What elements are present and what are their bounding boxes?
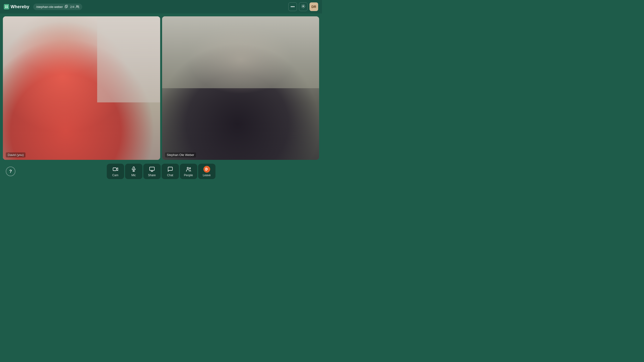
people-icon <box>185 166 192 173</box>
settings-button[interactable] <box>299 2 308 11</box>
video-grid: David (you) Stephan Ole Weber <box>3 16 319 160</box>
share-label: Share <box>148 174 156 177</box>
cam-label: Cam <box>112 174 118 177</box>
avatar-initials: DR <box>312 5 316 9</box>
room-info: /stephan-ole-weber 2/4 <box>33 3 82 10</box>
stephan-room-bg <box>162 16 319 88</box>
people-button[interactable]: People <box>180 164 197 179</box>
more-options-button[interactable]: ••• <box>288 2 297 11</box>
svg-rect-3 <box>7 7 8 8</box>
svg-rect-1 <box>7 5 8 6</box>
svg-point-6 <box>76 5 78 7</box>
svg-rect-4 <box>66 5 68 7</box>
help-icon: ? <box>10 169 12 174</box>
mic-button[interactable]: Mic <box>125 164 142 179</box>
svg-point-14 <box>187 167 188 169</box>
cam-button[interactable]: Cam <box>107 164 124 179</box>
chat-label: Chat <box>167 174 173 177</box>
svg-rect-5 <box>65 6 67 8</box>
svg-rect-2 <box>5 7 6 8</box>
header-right: ••• DR <box>288 2 318 11</box>
leave-label: Leave <box>203 174 211 177</box>
david-label: David (you) <box>6 152 26 157</box>
svg-rect-10 <box>133 167 134 169</box>
svg-point-15 <box>189 168 190 169</box>
toolbar-controls: Cam Mic Share <box>107 164 216 179</box>
more-icon: ••• <box>291 4 295 9</box>
settings-icon <box>301 4 306 9</box>
participant-count: 2/4 <box>70 5 79 9</box>
cam-icon <box>112 166 119 173</box>
svg-rect-9 <box>113 168 116 171</box>
copy-link-icon[interactable] <box>65 5 68 9</box>
chat-button[interactable]: Chat <box>162 164 179 179</box>
toolbar: ? Cam Mic <box>0 162 322 181</box>
svg-rect-0 <box>5 5 6 6</box>
logo-text: Whereby <box>10 4 29 9</box>
logo-icon <box>4 4 9 9</box>
leave-button[interactable]: Leave <box>198 164 216 179</box>
header-left: Whereby /stephan-ole-weber 2/4 <box>4 3 82 10</box>
app-header: Whereby /stephan-ole-weber 2/4 <box>0 0 322 13</box>
leave-icon-bg <box>204 166 210 173</box>
mic-label: Mic <box>131 174 136 177</box>
stephan-label: Stephan Ole Weber <box>165 152 196 157</box>
video-tile-david: David (you) <box>3 16 160 160</box>
logo: Whereby <box>4 4 29 9</box>
user-avatar-button[interactable]: DR <box>310 2 318 11</box>
svg-rect-13 <box>150 167 154 170</box>
people-label: People <box>184 174 193 177</box>
svg-point-8 <box>303 6 304 7</box>
david-video <box>3 16 160 160</box>
share-button[interactable]: Share <box>143 164 161 179</box>
share-icon <box>148 166 155 173</box>
video-tile-stephan: Stephan Ole Weber <box>162 16 319 160</box>
help-button[interactable]: ? <box>6 167 16 176</box>
room-path: /stephan-ole-weber <box>36 5 63 9</box>
chat-icon <box>167 166 174 173</box>
stephan-video <box>162 16 319 160</box>
svg-point-7 <box>78 6 79 7</box>
leave-icon <box>204 166 210 173</box>
mic-icon <box>130 166 137 173</box>
david-room-bg <box>97 16 160 102</box>
video-area: David (you) Stephan Ole Weber <box>0 13 322 162</box>
